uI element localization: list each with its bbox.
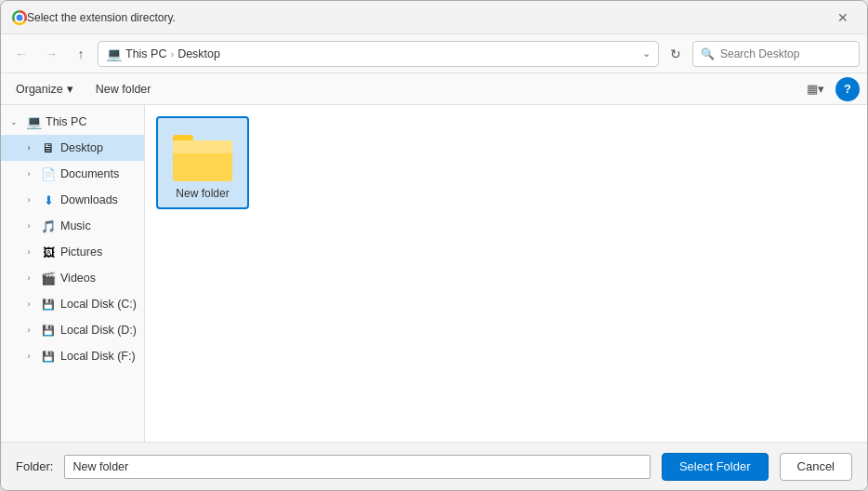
address-bar[interactable]: 💻 This PC › Desktop ⌄ <box>98 41 659 67</box>
this-pc-icon: 💻 <box>25 113 42 130</box>
pc-address-icon: 💻 <box>106 46 122 61</box>
local-c-icon: 💾 <box>40 296 57 312</box>
bottom-bar: Folder: Select Folder Cancel <box>1 442 867 490</box>
select-folder-button[interactable]: Select Folder <box>662 453 769 481</box>
sidebar-label-local-f: Local Disk (F:) <box>60 350 136 363</box>
search-box[interactable]: 🔍 <box>692 41 860 67</box>
expand-icon-music: › <box>21 219 36 233</box>
address-dropdown-icon[interactable]: ⌄ <box>642 47 651 60</box>
file-label-new-folder: New folder <box>176 187 229 202</box>
file-area: New folder <box>145 105 867 442</box>
local-f-icon: 💾 <box>40 348 57 365</box>
sidebar-label-local-c: Local Disk (C:) <box>60 298 137 311</box>
address-path: 💻 This PC › Desktop <box>106 46 638 61</box>
documents-icon: 📄 <box>40 166 57 182</box>
organize-label: Organize <box>16 83 63 96</box>
sidebar-item-local-c[interactable]: › 💾 Local Disk (C:) <box>1 291 144 317</box>
svg-rect-3 <box>173 140 232 153</box>
sidebar-label-videos: Videos <box>60 272 96 285</box>
sidebar-item-this-pc[interactable]: ⌄ 💻 This PC <box>1 109 144 135</box>
svg-rect-2 <box>173 150 232 181</box>
view-button[interactable]: ▦ ▾ <box>802 76 828 102</box>
back-button[interactable]: ← <box>8 41 34 67</box>
folder-label: Folder: <box>16 459 53 473</box>
dialog-title: Select the extension directory. <box>27 11 830 24</box>
close-button[interactable]: ✕ <box>830 5 856 31</box>
expand-icon-local-f: › <box>21 349 36 364</box>
sidebar-item-local-d[interactable]: › 💾 Local Disk (D:) <box>1 317 144 343</box>
expand-icon-pictures: › <box>21 245 36 259</box>
expand-icon-local-c: › <box>21 297 36 312</box>
music-icon: 🎵 <box>40 218 57 234</box>
app-icon <box>12 10 27 25</box>
sidebar-label-music: Music <box>60 219 91 232</box>
sidebar-item-videos[interactable]: › 🎬 Videos <box>1 265 144 291</box>
folder-svg <box>173 131 232 181</box>
view-icon: ▦ <box>807 82 818 96</box>
path-this-pc: This PC <box>125 47 166 60</box>
sidebar-item-local-f[interactable]: › 💾 Local Disk (F:) <box>1 343 144 369</box>
up-button[interactable]: ↑ <box>68 41 94 67</box>
main-content: ⌄ 💻 This PC › 🖥 Desktop › 📄 Documents › … <box>1 105 867 442</box>
expand-icon-videos: › <box>21 271 36 285</box>
sidebar-item-desktop[interactable]: › 🖥 Desktop <box>1 135 144 161</box>
expand-icon-downloads: › <box>21 192 36 207</box>
path-sep1: › <box>170 48 174 60</box>
new-folder-button[interactable]: New folder <box>88 80 159 99</box>
sidebar-label-desktop: Desktop <box>60 141 103 154</box>
organize-arrow-icon: ▾ <box>67 82 73 96</box>
forward-button[interactable]: → <box>38 41 64 67</box>
sidebar-item-downloads[interactable]: › ⬇ Downloads <box>1 187 144 213</box>
dialog: Select the extension directory. ✕ ← → ↑ … <box>0 0 868 491</box>
refresh-button[interactable]: ↻ <box>663 41 689 67</box>
search-icon: 🔍 <box>701 47 715 60</box>
pictures-icon: 🖼 <box>40 244 57 260</box>
sidebar-item-music[interactable]: › 🎵 Music <box>1 213 144 239</box>
expand-icon-desktop: › <box>21 140 36 155</box>
sidebar-label-downloads: Downloads <box>60 193 118 206</box>
downloads-icon: ⬇ <box>40 192 57 208</box>
expand-icon-local-d: › <box>21 323 36 338</box>
folder-input[interactable] <box>64 455 650 479</box>
action-bar: Organize ▾ New folder ▦ ▾ ? <box>1 73 867 105</box>
expand-icon-documents: › <box>21 166 36 181</box>
folder-icon <box>169 126 236 181</box>
new-folder-label: New folder <box>96 83 151 96</box>
organize-button[interactable]: Organize ▾ <box>8 79 81 99</box>
sidebar: ⌄ 💻 This PC › 🖥 Desktop › 📄 Documents › … <box>1 105 145 442</box>
sidebar-item-documents[interactable]: › 📄 Documents <box>1 161 144 187</box>
videos-icon: 🎬 <box>40 270 57 286</box>
sidebar-label-documents: Documents <box>60 167 119 180</box>
help-button[interactable]: ? <box>835 77 860 101</box>
sidebar-label-this-pc: This PC <box>46 115 86 128</box>
cancel-button[interactable]: Cancel <box>780 453 852 481</box>
address-toolbar: ← → ↑ 💻 This PC › Desktop ⌄ ↻ 🔍 <box>1 34 867 73</box>
sidebar-label-pictures: Pictures <box>60 246 102 259</box>
desktop-icon: 🖥 <box>40 139 57 156</box>
help-label: ? <box>844 82 851 96</box>
sidebar-label-local-d: Local Disk (D:) <box>60 324 137 337</box>
search-input[interactable] <box>720 47 860 60</box>
file-item-new-folder[interactable]: New folder <box>156 116 249 209</box>
sidebar-item-pictures[interactable]: › 🖼 Pictures <box>1 239 144 265</box>
expand-icon-this-pc: ⌄ <box>7 114 21 129</box>
local-d-icon: 💾 <box>40 322 57 338</box>
path-desktop: Desktop <box>178 47 220 60</box>
view-arrow-icon: ▾ <box>818 82 824 96</box>
title-bar: Select the extension directory. ✕ <box>1 1 867 34</box>
